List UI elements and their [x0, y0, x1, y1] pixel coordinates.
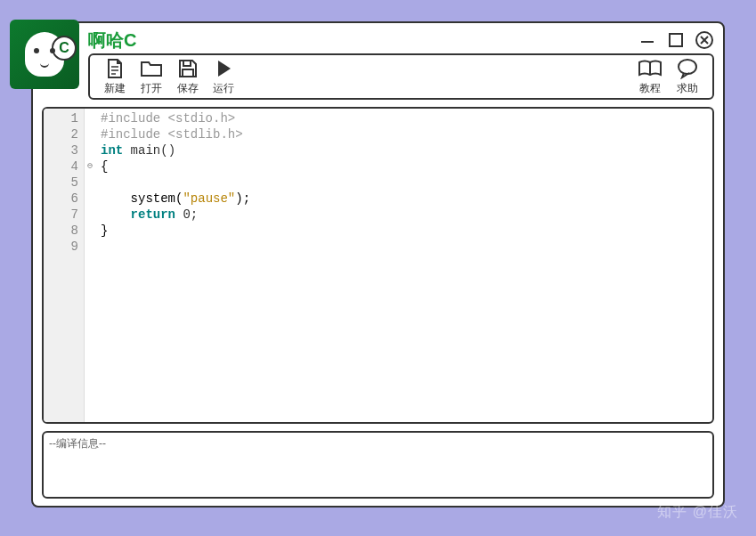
speech-icon: [677, 58, 698, 79]
fold-marker: [85, 142, 95, 158]
minimize-button[interactable]: [638, 30, 657, 50]
maximize-button[interactable]: [666, 30, 686, 50]
file-icon: [105, 58, 125, 79]
logo-badge: C: [52, 36, 77, 61]
fold-marker: [85, 191, 95, 207]
tutorial-label: 教程: [639, 81, 661, 96]
open-label: 打开: [141, 81, 162, 96]
line-number: 4: [45, 158, 78, 175]
code-line[interactable]: [101, 175, 250, 191]
fold-marker: [85, 110, 95, 126]
svg-rect-9: [183, 69, 193, 77]
save-button[interactable]: 保存: [170, 56, 206, 98]
code-line[interactable]: #include <stdio.h>: [101, 110, 250, 126]
fold-marker: [85, 223, 95, 239]
fold-column: ⊖: [85, 109, 95, 422]
save-label: 保存: [177, 81, 199, 96]
app-title: 啊哈C: [88, 28, 136, 53]
folder-icon: [140, 58, 163, 79]
fold-marker: [85, 175, 95, 191]
code-line[interactable]: int main(): [101, 142, 250, 158]
minimize-icon: [638, 31, 656, 49]
code-line[interactable]: system("pause");: [101, 191, 250, 207]
run-button[interactable]: 运行: [206, 56, 241, 98]
maximize-icon: [667, 31, 685, 49]
fold-marker: [85, 126, 95, 142]
code-area[interactable]: #include <stdio.h>#include <stdlib.h>int…: [95, 109, 256, 422]
fold-marker: [85, 239, 95, 255]
help-button[interactable]: 求助: [670, 56, 705, 98]
line-number: 1: [45, 110, 78, 126]
fold-marker[interactable]: ⊖: [85, 158, 95, 175]
new-button[interactable]: 新建: [97, 56, 133, 98]
run-label: 运行: [213, 81, 234, 96]
output-panel[interactable]: --编译信息--: [42, 431, 714, 499]
help-label: 求助: [677, 81, 698, 96]
svg-rect-1: [670, 34, 682, 46]
line-number: 9: [45, 239, 78, 255]
tutorial-button[interactable]: 教程: [630, 56, 670, 98]
output-header: --编译信息--: [49, 437, 106, 450]
code-line[interactable]: return 0;: [101, 207, 250, 223]
fold-marker: [85, 207, 95, 223]
app-window: C 啊哈C 新建 打开 保存: [31, 21, 725, 508]
open-button[interactable]: 打开: [133, 56, 170, 98]
close-button[interactable]: [695, 30, 714, 50]
watermark: 知乎 @佳沃: [657, 503, 738, 522]
code-editor[interactable]: 123456789 ⊖ #include <stdio.h>#include <…: [42, 107, 714, 424]
line-number: 8: [45, 223, 78, 239]
save-icon: [177, 58, 199, 79]
line-number: 7: [45, 207, 78, 223]
line-number: 6: [45, 191, 78, 207]
line-number: 2: [45, 126, 78, 142]
code-line[interactable]: }: [101, 223, 250, 239]
logo-face: C: [25, 32, 64, 77]
line-number: 3: [45, 142, 78, 158]
close-icon: [695, 30, 714, 50]
new-label: 新建: [104, 81, 126, 96]
line-gutter: 123456789: [44, 109, 85, 422]
code-line[interactable]: {: [101, 158, 250, 175]
code-line[interactable]: [101, 239, 250, 255]
code-line[interactable]: #include <stdlib.h>: [101, 126, 250, 142]
svg-rect-8: [183, 61, 191, 66]
book-icon: [638, 58, 663, 79]
window-controls: [638, 30, 714, 50]
toolbar: 新建 打开 保存 运行 教程: [88, 53, 714, 100]
svg-point-11: [679, 60, 696, 74]
app-logo: C: [10, 20, 79, 89]
play-icon: [215, 58, 232, 79]
line-number: 5: [45, 175, 78, 191]
